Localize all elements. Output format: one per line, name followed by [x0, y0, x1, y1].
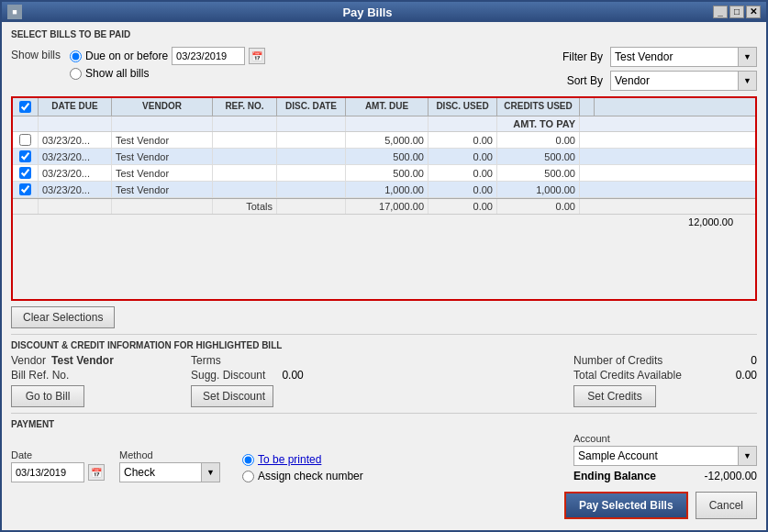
window-title: Pay Bills — [22, 6, 713, 19]
row1-checkbox[interactable] — [19, 134, 31, 146]
table-row: 03/23/20... Test Vendor 5,000.00 0.00 0.… — [13, 132, 755, 149]
total-credits-used: 0.00 — [497, 199, 580, 214]
pay-bills-window: ■ Pay Bills _ □ ✕ SELECT BILLS TO BE PAI… — [0, 0, 768, 532]
discount-section: DISCOUNT & CREDIT INFORMATION FOR HIGHLI… — [11, 334, 757, 407]
total-amt-to-pay-row: 12,000.00 — [13, 214, 755, 229]
sugg-discount-value: 0.00 — [282, 369, 303, 382]
account-label: Account — [573, 433, 757, 444]
sort-by-label: Sort By — [552, 74, 603, 87]
terms-field: Terms — [191, 354, 374, 367]
show-all-option: Show all bills — [70, 67, 265, 80]
disc-date-header: DISC. DATE — [277, 98, 346, 116]
table-row: 03/23/20... Test Vendor 1,000.00 0.00 1,… — [13, 182, 755, 198]
account-dropdown[interactable]: Sample Account ▼ — [573, 446, 757, 466]
date-input-group: 📅 — [172, 47, 265, 65]
show-all-label: Show all bills — [85, 67, 149, 80]
total-amt-due: 17,000.00 — [346, 199, 429, 214]
filter-sort-area: Filter By Test Vendor ▼ Sort By Vendor ▼ — [552, 47, 757, 91]
account-arrow[interactable]: ▼ — [738, 447, 756, 465]
filter-by-row: Filter By Test Vendor ▼ — [552, 47, 757, 67]
to-be-printed-option: To be printed — [242, 453, 363, 466]
main-content: SELECT BILLS TO BE PAID Show bills Due o… — [2, 22, 766, 530]
assign-check-radio[interactable] — [242, 471, 254, 482]
due-before-label: Due on or before — [85, 50, 168, 62]
amt-to-pay-header — [580, 98, 595, 116]
ending-balance-label: Ending Balance — [573, 470, 656, 482]
due-date-input[interactable] — [172, 47, 245, 65]
set-credits-button[interactable]: Set Credits — [573, 385, 656, 407]
payment-method-label: Method — [119, 449, 220, 460]
payment-date-field: Date 📅 — [11, 449, 105, 482]
show-bills-label: Show bills — [11, 49, 61, 61]
payment-calendar-icon[interactable]: 📅 — [88, 464, 105, 481]
assign-check-label: Assign check number — [258, 470, 363, 482]
table-row: 03/23/20... Test Vendor 500.00 0.00 500.… — [13, 165, 755, 182]
maximize-button[interactable]: □ — [729, 6, 744, 18]
row2-checkbox[interactable] — [19, 150, 31, 162]
account-value: Sample Account — [574, 448, 738, 464]
filter-by-arrow[interactable]: ▼ — [738, 48, 756, 66]
payment-section: PAYMENT Date 📅 Method Check ▼ — [11, 413, 757, 482]
ref-no-header: REF. NO. — [213, 98, 277, 116]
amt-due-header: AMT. DUE — [346, 98, 429, 116]
method-value: Check — [120, 464, 201, 481]
calendar-icon[interactable]: 📅 — [249, 48, 265, 64]
minimize-button[interactable]: _ — [713, 6, 728, 18]
due-before-radio[interactable] — [70, 50, 82, 62]
row3-checkbox[interactable] — [19, 167, 31, 179]
ending-balance-value: -12,000.00 — [705, 470, 757, 482]
sort-by-arrow[interactable]: ▼ — [738, 72, 756, 90]
date-due-header: DATE DUE — [39, 98, 112, 116]
sugg-discount-field: Sugg. Discount 0.00 — [191, 369, 374, 382]
vendor-header: VENDOR — [112, 98, 213, 116]
pay-selected-bills-button[interactable]: Pay Selected Bills — [564, 492, 688, 519]
to-be-printed-label: To be printed — [258, 453, 321, 466]
payment-date-input[interactable] — [11, 462, 84, 482]
sort-by-value: Vendor — [611, 72, 738, 89]
header-amt-to-pay — [13, 116, 39, 131]
method-dropdown[interactable]: Check ▼ — [119, 462, 220, 482]
set-discount-button[interactable]: Set Discount — [191, 385, 273, 407]
cancel-button[interactable]: Cancel — [696, 492, 757, 519]
vendor-field: Vendor Test Vendor — [11, 354, 176, 367]
filter-by-label: Filter By — [552, 50, 603, 63]
table-row: 03/23/20... Test Vendor 500.00 0.00 500.… — [13, 149, 755, 165]
credits-used-header: CREDITS USED — [497, 98, 580, 116]
assign-check-option: Assign check number — [242, 470, 363, 482]
radio-group: Due on or before 📅 Show all bills — [70, 47, 265, 80]
actions-row: Clear Selections — [11, 306, 757, 328]
bottom-buttons: Pay Selected Bills Cancel — [11, 488, 757, 523]
total-amt-to-pay: 12,000.00 — [688, 216, 733, 227]
select-bills-label: SELECT BILLS TO BE PAID — [11, 29, 757, 39]
ending-balance-row: Ending Balance -12,000.00 — [573, 470, 757, 482]
titlebar: ■ Pay Bills _ □ ✕ — [2, 2, 766, 22]
row4-checkbox[interactable] — [19, 183, 31, 195]
total-credits-field: Total Credits Available 0.00 — [573, 369, 757, 382]
check-header[interactable] — [13, 98, 39, 116]
sort-by-dropdown[interactable]: Vendor ▼ — [610, 71, 757, 91]
print-options: To be printed Assign check number — [242, 453, 363, 482]
show-all-radio[interactable] — [70, 68, 82, 80]
discount-header: DISCOUNT & CREDIT INFORMATION FOR HIGHLI… — [11, 340, 757, 350]
num-credits-value: 0 — [751, 354, 757, 367]
go-to-bill-button[interactable]: Go to Bill — [11, 385, 84, 407]
filter-by-dropdown[interactable]: Test Vendor ▼ — [610, 47, 757, 67]
total-disc-used: 0.00 — [429, 199, 497, 214]
payment-date-label: Date — [11, 449, 105, 460]
filter-by-value: Test Vendor — [611, 49, 738, 65]
due-before-option: Due on or before 📅 — [70, 47, 265, 65]
num-credits-field: Number of Credits 0 — [573, 354, 757, 367]
account-field: Account Sample Account ▼ Ending Balance … — [573, 433, 757, 482]
close-button[interactable]: ✕ — [746, 6, 761, 18]
sort-by-row: Sort By Vendor ▼ — [552, 71, 757, 91]
bills-table-container: DATE DUE VENDOR REF. NO. DISC. DATE AMT.… — [11, 96, 757, 301]
clear-selections-button[interactable]: Clear Selections — [11, 306, 115, 328]
method-arrow[interactable]: ▼ — [201, 463, 219, 482]
bill-ref-field: Bill Ref. No. — [11, 369, 176, 382]
filter-row: Show bills Due on or before 📅 Show all b… — [11, 47, 757, 91]
disc-used-header: DISC. USED — [429, 98, 497, 116]
total-credits-value: 0.00 — [736, 369, 757, 382]
window-controls: _ □ ✕ — [713, 6, 761, 18]
window-icon: ■ — [7, 5, 22, 19]
to-be-printed-radio[interactable] — [242, 454, 254, 466]
